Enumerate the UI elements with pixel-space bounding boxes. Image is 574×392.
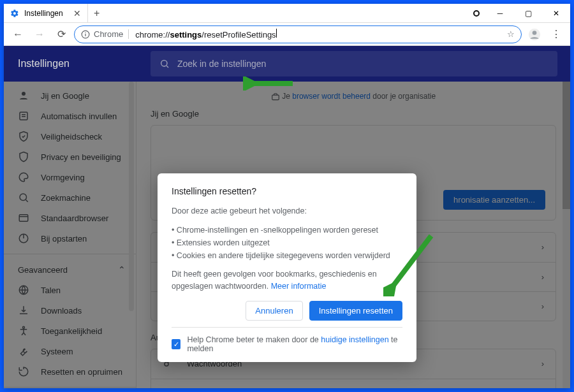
maximize-button[interactable]: ▢: [514, 4, 542, 23]
reload-button[interactable]: ⟳: [52, 25, 70, 43]
back-button[interactable]: ←: [9, 25, 27, 43]
tab-title: Instellingen: [24, 9, 63, 18]
svg-line-25: [391, 236, 431, 289]
svg-rect-2: [85, 32, 85, 33]
chrome-window: Instellingen ✕ + ─ ▢ ✕ ← → ⟳ Chrome chro…: [4, 4, 570, 388]
dialog-bullet-list: Chrome-instellingen en -snelkoppelingen …: [172, 224, 402, 262]
current-settings-link[interactable]: huidige instellingen: [321, 335, 388, 344]
dialog-bullet: Cookies en andere tijdelijke sitegegeven…: [172, 249, 402, 262]
overflow-menu-icon[interactable]: ⋮: [547, 25, 565, 43]
url-text: chrome://settings/resetProfileSettings: [135, 29, 276, 40]
reset-settings-dialog: Instellingen resetten? Door deze actie g…: [158, 173, 416, 362]
titlebar: Instellingen ✕ + ─ ▢ ✕: [4, 4, 570, 23]
close-tab-icon[interactable]: ✕: [73, 8, 81, 18]
help-checkbox[interactable]: ✓: [172, 339, 180, 349]
cancel-button[interactable]: Annuleren: [246, 301, 302, 321]
svg-rect-1: [85, 33, 85, 36]
minimize-button[interactable]: ─: [486, 4, 514, 23]
dialog-note: Dit heeft geen gevolgen voor bookmarks, …: [172, 268, 402, 293]
annotation-arrow-reset: [383, 233, 434, 296]
record-indicator-icon: [473, 10, 480, 17]
forward-button[interactable]: →: [31, 25, 48, 43]
dialog-bullet: Extensies worden uitgezet: [172, 236, 402, 249]
dialog-intro: Door deze actie gebeurt het volgende:: [172, 205, 402, 217]
new-tab-button[interactable]: +: [88, 4, 106, 22]
bookmark-star-icon[interactable]: ☆: [507, 29, 515, 39]
dialog-bullet: Chrome-instellingen en -snelkoppelingen …: [172, 224, 402, 236]
browser-toolbar: ← → ⟳ Chrome chrome://settings/resetProf…: [4, 23, 570, 46]
dialog-title: Instellingen resetten?: [172, 186, 402, 196]
browser-tab[interactable]: Instellingen ✕: [4, 4, 88, 22]
more-info-link[interactable]: Meer informatie: [271, 282, 327, 291]
svg-point-4: [533, 31, 537, 35]
gear-icon: [10, 9, 19, 18]
reset-confirm-button[interactable]: Instellingen resetten: [309, 301, 402, 321]
profile-avatar-icon[interactable]: [526, 25, 543, 43]
annotation-arrow-url: [243, 76, 294, 91]
address-bar[interactable]: Chrome chrome://settings/resetProfileSet…: [74, 25, 522, 43]
close-window-button[interactable]: ✕: [542, 4, 570, 23]
url-chip: Chrome: [94, 29, 129, 39]
dialog-help-row: ✓ Help Chrome beter te maken door de hui…: [172, 327, 402, 353]
info-icon: [81, 30, 90, 39]
